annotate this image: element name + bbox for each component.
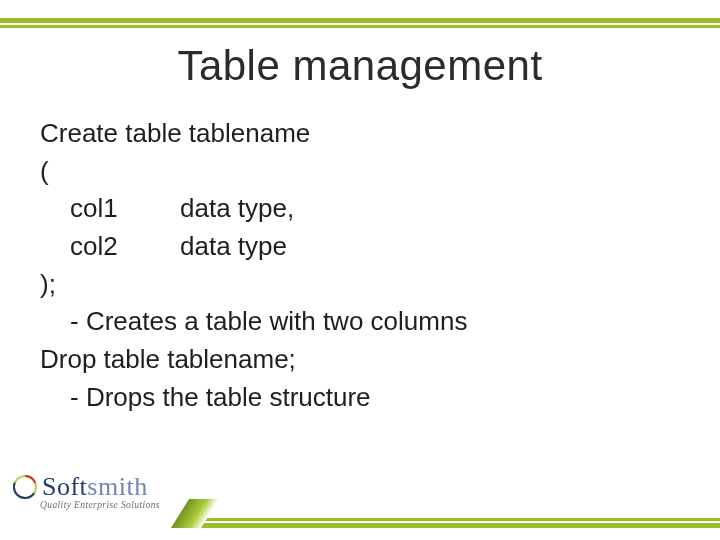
bullet-line: - Drops the table structure <box>40 379 680 417</box>
logo-word-dark: Soft <box>42 472 87 501</box>
logo-tagline: Quality Enterprise Solutions <box>12 500 192 510</box>
code-line: col1data type, <box>40 190 680 228</box>
code-line: ); <box>40 266 680 304</box>
column-type: data type <box>180 231 287 261</box>
slide: Table management Create table tablename … <box>0 0 720 540</box>
column-type: data type, <box>180 193 294 223</box>
logo-wordmark: Softsmith <box>42 472 148 502</box>
bottom-band-cutout <box>0 518 196 528</box>
code-line: Create table tablename <box>40 115 680 153</box>
code-line: col2data type <box>40 228 680 266</box>
column-name: col1 <box>70 190 180 228</box>
column-name: col2 <box>70 228 180 266</box>
code-line: ( <box>40 153 680 191</box>
code-line: Drop table tablename; <box>40 341 680 379</box>
slide-title: Table management <box>0 42 720 90</box>
logo-word-light: smith <box>87 472 147 501</box>
top-band-highlight <box>0 23 720 25</box>
logo-top-row: Softsmith <box>12 472 192 502</box>
logo-mark-icon <box>12 474 38 500</box>
brand-logo: Softsmith Quality Enterprise Solutions <box>12 472 192 510</box>
slide-body: Create table tablename ( col1data type, … <box>40 115 680 417</box>
bullet-line: - Creates a table with two columns <box>40 303 680 341</box>
